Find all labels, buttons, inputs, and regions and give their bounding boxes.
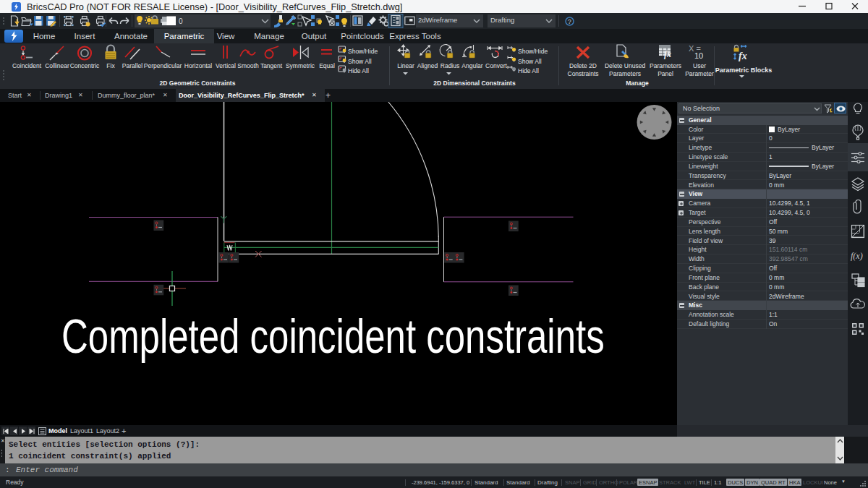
svg-text:fx: fx [664, 49, 671, 59]
svg-text:f(x): f(x) [851, 251, 863, 261]
svg-text:10: 10 [694, 51, 703, 60]
svg-text:?: ? [568, 18, 571, 25]
svg-text:fx: fx [739, 51, 747, 61]
svg-text:0: 0 [179, 17, 183, 25]
